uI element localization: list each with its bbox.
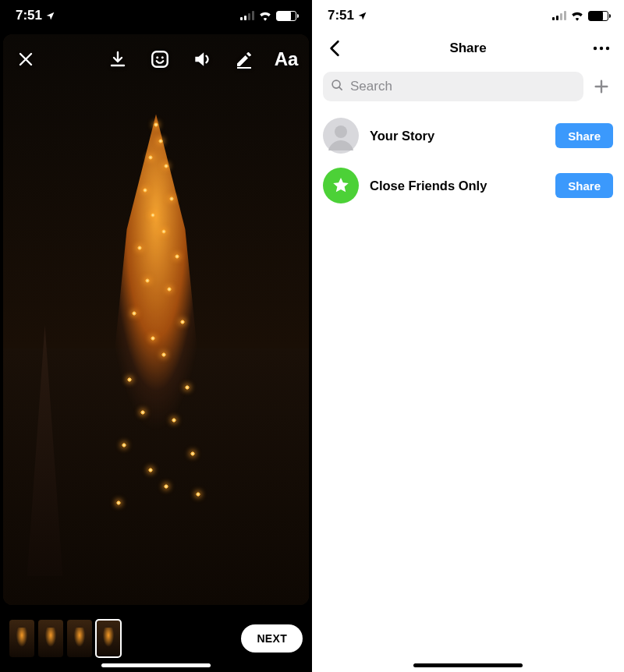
create-group-button[interactable] (590, 75, 613, 98)
media-thumbnail[interactable] (38, 620, 63, 657)
battery-icon (588, 11, 608, 21)
close-friends-star-icon (323, 168, 359, 203)
svg-point-4 (594, 47, 597, 50)
wifi-icon (570, 10, 584, 21)
share-row-your-story: Your Story Share (323, 111, 613, 161)
story-photo (3, 34, 309, 605)
svg-rect-3 (237, 67, 251, 69)
svg-point-5 (600, 47, 603, 50)
media-thumbnail[interactable] (9, 620, 34, 657)
story-photo-canvas[interactable] (3, 34, 309, 605)
share-screen: 7:51 Share (312, 0, 624, 672)
share-button[interactable]: Share (555, 173, 613, 198)
status-time: 7:51 (16, 8, 42, 23)
sticker-icon[interactable] (148, 48, 172, 71)
location-services-icon (45, 11, 55, 21)
search-input[interactable] (350, 79, 576, 94)
wifi-icon (258, 10, 272, 21)
svg-line-8 (339, 87, 342, 90)
more-options-button[interactable] (590, 37, 613, 60)
svg-point-1 (156, 56, 158, 58)
text-tool-button[interactable]: Aa (275, 48, 298, 71)
cellular-signal-icon (552, 11, 566, 20)
svg-rect-0 (152, 51, 168, 67)
svg-point-9 (335, 126, 347, 138)
story-bottom-bar: NEXT (0, 605, 312, 672)
battery-icon (276, 11, 296, 21)
home-indicator[interactable] (413, 663, 523, 667)
story-editor-screen: 7:51 (0, 0, 312, 672)
share-row-label: Close Friends Only (370, 179, 544, 193)
share-destinations-list: Your Story Share Close Friends Only Shar… (312, 106, 624, 215)
search-icon (331, 79, 344, 95)
search-input-container[interactable] (323, 72, 583, 101)
share-row-label: Your Story (370, 129, 544, 143)
sound-icon[interactable] (190, 48, 214, 71)
status-bar: 7:51 (312, 0, 624, 31)
close-button[interactable] (14, 48, 37, 71)
nav-bar: Share (312, 31, 624, 65)
media-thumbnails (9, 620, 121, 657)
status-bar: 7:51 (0, 0, 312, 31)
draw-icon[interactable] (232, 48, 256, 71)
page-title: Share (449, 41, 486, 56)
editor-toolbar: Aa (14, 42, 298, 76)
next-button[interactable]: NEXT (241, 624, 303, 653)
location-services-icon (357, 11, 367, 21)
media-thumbnail-selected[interactable] (96, 620, 121, 657)
cellular-signal-icon (240, 11, 254, 20)
download-icon[interactable] (106, 48, 129, 71)
status-time: 7:51 (328, 8, 354, 23)
svg-point-6 (606, 47, 609, 50)
svg-point-2 (161, 56, 164, 58)
media-thumbnail[interactable] (67, 620, 92, 657)
share-row-close-friends: Close Friends Only Share (323, 161, 613, 210)
share-button[interactable]: Share (555, 123, 613, 148)
back-button[interactable] (323, 37, 346, 60)
home-indicator[interactable] (101, 663, 211, 667)
avatar-placeholder-icon (323, 118, 359, 154)
search-row (312, 65, 624, 106)
